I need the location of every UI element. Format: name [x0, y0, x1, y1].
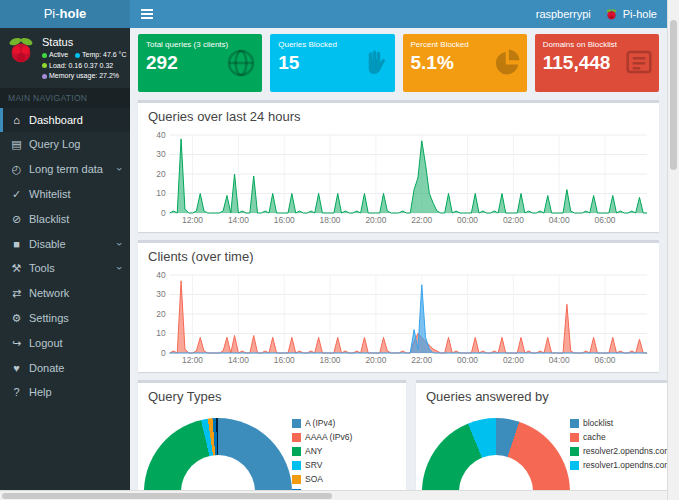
- legend-label: ANY: [305, 446, 322, 456]
- home-icon: ⌂: [10, 114, 23, 126]
- file-list-icon: ▤: [10, 138, 23, 151]
- hand-icon: [360, 47, 390, 81]
- sidebar-item-query-log[interactable]: ▤Query Log: [0, 132, 130, 157]
- status-temperature: Temp: 47.6 °C: [75, 50, 126, 61]
- sidebar-item-donate[interactable]: ♥Donate: [0, 356, 130, 380]
- active-dot-icon: [42, 53, 47, 58]
- sidebar-item-network[interactable]: ⇄Network: [0, 281, 130, 306]
- svg-text:20:00: 20:00: [365, 215, 386, 225]
- legend-item[interactable]: blocklist: [570, 418, 667, 428]
- legend-item[interactable]: ANY: [292, 446, 398, 456]
- temperature-icon: [75, 53, 80, 58]
- card-percent-blocked: Percent Blocked 5.1%: [403, 34, 527, 92]
- legend-label: A (IPv4): [305, 418, 335, 428]
- check-icon: ✓: [10, 188, 23, 201]
- svg-text:40: 40: [156, 130, 166, 140]
- panel-title: Queries answered by: [416, 383, 667, 410]
- donut-hole: [181, 455, 255, 490]
- summary-cards: Total queries (3 clients) 292 Queries Bl…: [138, 34, 659, 92]
- query-types-donut[interactable]: [144, 418, 292, 490]
- svg-text:20:00: 20:00: [365, 355, 386, 365]
- svg-text:02:00: 02:00: [503, 355, 524, 365]
- legend-item[interactable]: resolver2.opendns.com: [570, 446, 667, 456]
- query-types-panel: Query Types A (IPv4) AAAA (IPv6) ANY SRV…: [138, 380, 406, 490]
- hostname-label[interactable]: raspberrypi: [536, 8, 591, 20]
- svg-text:20: 20: [156, 309, 166, 319]
- sidebar-item-tools[interactable]: ⚒Tools›: [0, 256, 130, 281]
- vertical-scrollbar[interactable]: [667, 0, 679, 500]
- legend-swatch: [570, 461, 579, 470]
- queries-answered-by-donut[interactable]: [422, 418, 570, 490]
- sign-out-icon: ↪: [10, 337, 23, 350]
- legend-label: blocklist: [583, 418, 613, 428]
- sidebar-toggle-icon[interactable]: [130, 0, 164, 28]
- clients-over-time-chart[interactable]: 01020304012:0014:0016:0018:0020:0022:000…: [138, 270, 659, 372]
- chevron-down-icon: ›: [114, 266, 126, 270]
- status-memory: Memory usage: 27.2%: [42, 71, 127, 82]
- horizontal-scrollbar-thumb[interactable]: [2, 493, 332, 499]
- panel-title: Queries over last 24 hours: [138, 103, 659, 130]
- chevron-down-icon: ›: [114, 242, 126, 246]
- pihole-admin-window: Pi-hole raspberrypi Pi-hole Status Activ…: [0, 0, 667, 490]
- card-queries-blocked: Queries Blocked 15: [270, 34, 394, 92]
- svg-text:22:00: 22:00: [411, 355, 432, 365]
- sidebar-item-logout[interactable]: ↪Logout: [0, 331, 130, 356]
- legend-item[interactable]: AAAA (IPv6): [292, 432, 398, 442]
- main-content: Total queries (3 clients) 292 Queries Bl…: [130, 28, 667, 490]
- svg-text:30: 30: [156, 149, 166, 159]
- legend-swatch: [570, 447, 579, 456]
- clients-over-time-panel: Clients (over time) 01020304012:0014:001…: [138, 240, 659, 372]
- vertical-scrollbar-thumb[interactable]: [670, 20, 677, 170]
- status-load: Load: 0.16 0.37 0.32: [42, 61, 127, 72]
- legend-item[interactable]: cache: [570, 432, 667, 442]
- queries-answered-by-legend: blocklist cache resolver2.opendns.com re…: [570, 414, 667, 490]
- gears-icon: ⚙: [10, 312, 23, 325]
- legend-swatch: [570, 433, 579, 442]
- legend-item[interactable]: SRV: [292, 460, 398, 470]
- sidebar-item-settings[interactable]: ⚙Settings: [0, 306, 130, 331]
- list-alt-icon: [624, 47, 654, 81]
- legend-swatch: [570, 419, 579, 428]
- legend-item[interactable]: SOA: [292, 474, 398, 484]
- legend-item[interactable]: resolver1.opendns.com: [570, 460, 667, 470]
- navbar: raspberrypi Pi-hole: [130, 0, 667, 28]
- legend-label: AAAA (IPv6): [305, 432, 352, 442]
- sidebar-item-whitelist[interactable]: ✓Whitelist: [0, 182, 130, 207]
- svg-text:18:00: 18:00: [320, 355, 341, 365]
- sidebar-item-dashboard[interactable]: ⌂Dashboard: [0, 108, 130, 132]
- sidebar-item-long-term-data[interactable]: ◴Long term data›: [0, 157, 130, 182]
- app-menu[interactable]: Pi-hole: [605, 8, 657, 21]
- question-icon: ?: [10, 386, 23, 398]
- raspberry-icon: [605, 8, 618, 21]
- sidebar-item-blacklist[interactable]: ⊘Blacklist: [0, 207, 130, 232]
- svg-text:02:00: 02:00: [503, 215, 524, 225]
- sidebar: Status Active Temp: 47.6 °C Load: 0.16 0…: [0, 28, 130, 490]
- svg-text:20: 20: [156, 169, 166, 179]
- card-total-queries: Total queries (3 clients) 292: [138, 34, 262, 92]
- app-logo[interactable]: Pi-hole: [0, 0, 130, 28]
- horizontal-scrollbar[interactable]: [0, 490, 667, 500]
- sidebar-item-disable[interactable]: ■Disable›: [0, 232, 130, 256]
- bottom-panels: Query Types A (IPv4) AAAA (IPv6) ANY SRV…: [138, 380, 659, 490]
- svg-text:12:00: 12:00: [182, 215, 203, 225]
- queries-answered-by-panel: Queries answered by blocklist cache reso…: [416, 380, 667, 490]
- legend-swatch: [292, 447, 301, 456]
- globe-icon: [225, 47, 257, 83]
- logo-prefix: Pi-: [44, 6, 60, 21]
- panel-title: Clients (over time): [138, 243, 659, 270]
- legend-label: cache: [583, 432, 606, 442]
- sidebar-item-help[interactable]: ?Help: [0, 380, 130, 404]
- status-info: Status Active Temp: 47.6 °C Load: 0.16 0…: [42, 36, 132, 82]
- status-title: Status: [42, 36, 132, 48]
- wrench-icon: ⚒: [10, 262, 23, 275]
- legend-swatch: [292, 475, 301, 484]
- svg-text:06:00: 06:00: [595, 215, 616, 225]
- queries-over-time-chart[interactable]: 01020304012:0014:0016:0018:0020:0022:000…: [138, 130, 659, 232]
- heart-icon: ♥: [10, 362, 23, 374]
- svg-text:30: 30: [156, 289, 166, 299]
- chevron-down-icon: ›: [114, 167, 126, 171]
- svg-text:16:00: 16:00: [274, 355, 295, 365]
- legend-item[interactable]: A (IPv4): [292, 418, 398, 428]
- legend-swatch: [292, 419, 301, 428]
- legend-label: SRV: [305, 460, 322, 470]
